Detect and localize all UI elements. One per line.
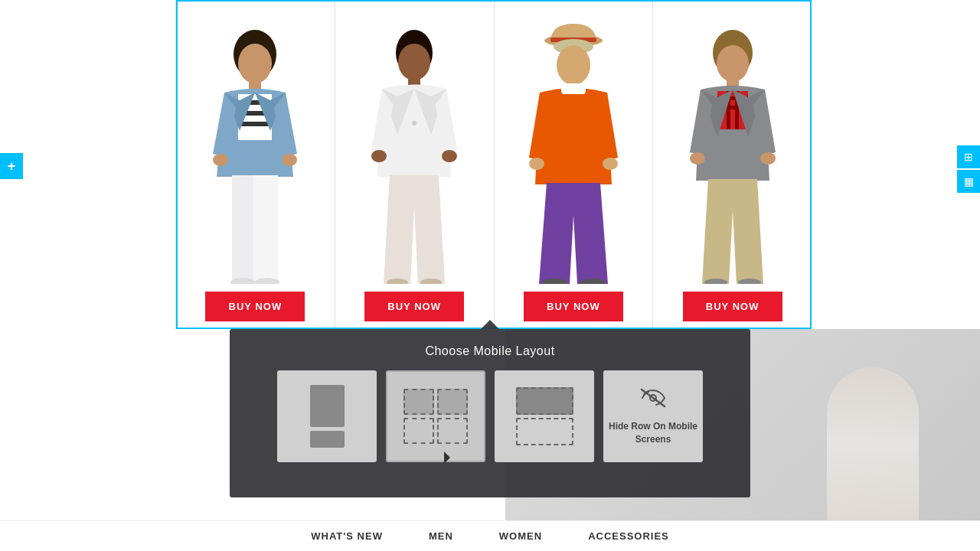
buy-now-btn-1[interactable]: BUY NOW (205, 292, 305, 321)
nav-accessories[interactable]: ACCESSORIES (588, 530, 669, 542)
navigation-bar: WHAT'S NEW MEN WOMEN ACCESSORIES (0, 520, 980, 551)
layout-options-container: Hide Row On Mobile Screens (277, 370, 703, 462)
nav-whats-new[interactable]: WHAT'S NEW (311, 530, 383, 542)
hide-row-label: Hide Row On Mobile Screens (603, 420, 703, 446)
wide-icon-layout (516, 387, 573, 445)
nav-women[interactable]: WOMEN (499, 530, 542, 542)
layout-icon: ▦ (964, 175, 974, 187)
svg-point-39 (690, 152, 705, 165)
layout-option-hide-row[interactable]: Hide Row On Mobile Screens (603, 370, 703, 462)
buy-now-btn-3[interactable]: BUY NOW (524, 292, 623, 321)
product-3: BUY NOW (495, 0, 654, 329)
left-sidebar (0, 0, 176, 329)
product-2-image (335, 0, 494, 284)
product-4: BUY NOW (653, 0, 812, 329)
product-4-image (653, 0, 812, 284)
grid-icon: ⊞ (964, 151, 973, 163)
hide-row-content: Hide Row On Mobile Screens (603, 387, 703, 446)
buy-now-btn-4[interactable]: BUY NOW (683, 292, 782, 321)
buy-now-btn-2[interactable]: BUY NOW (364, 292, 464, 321)
right-panel-controls: ⊞ ▦ (957, 145, 980, 193)
svg-point-16 (412, 121, 416, 126)
layout-option-single-col[interactable] (277, 370, 377, 462)
product-1-image (176, 0, 335, 284)
svg-point-7 (213, 154, 228, 166)
svg-point-40 (760, 152, 776, 165)
svg-rect-6 (238, 122, 272, 126)
product-2: BUY NOW (335, 0, 495, 329)
add-column-left-btn[interactable]: + (0, 153, 23, 179)
layout-btn[interactable]: ▦ (957, 170, 980, 193)
layout-option-grid[interactable] (386, 370, 485, 462)
nav-men[interactable]: MEN (429, 530, 453, 542)
mobile-layout-modal: Choose Mobile Layout (230, 329, 750, 497)
svg-point-1 (238, 44, 272, 83)
grid-icon-layout (403, 389, 468, 444)
products-grid: BUY NOW (176, 0, 812, 329)
svg-rect-10 (232, 175, 253, 284)
svg-point-14 (398, 44, 430, 80)
eye-slash-icon (639, 387, 667, 414)
grid-view-btn[interactable]: ⊞ (957, 145, 980, 168)
svg-point-24 (557, 45, 590, 85)
product-1: BUY NOW (176, 0, 335, 329)
modal-title: Choose Mobile Layout (425, 344, 554, 358)
svg-point-8 (282, 154, 297, 166)
single-col-icon (310, 385, 345, 448)
product-3-image (495, 0, 653, 284)
svg-point-27 (529, 158, 544, 170)
svg-point-32 (717, 45, 749, 82)
svg-point-17 (371, 150, 387, 162)
plus-icon: + (8, 159, 16, 173)
layout-option-wide[interactable] (495, 370, 594, 462)
svg-point-18 (442, 150, 457, 162)
svg-point-28 (603, 158, 618, 170)
svg-rect-26 (561, 83, 586, 94)
